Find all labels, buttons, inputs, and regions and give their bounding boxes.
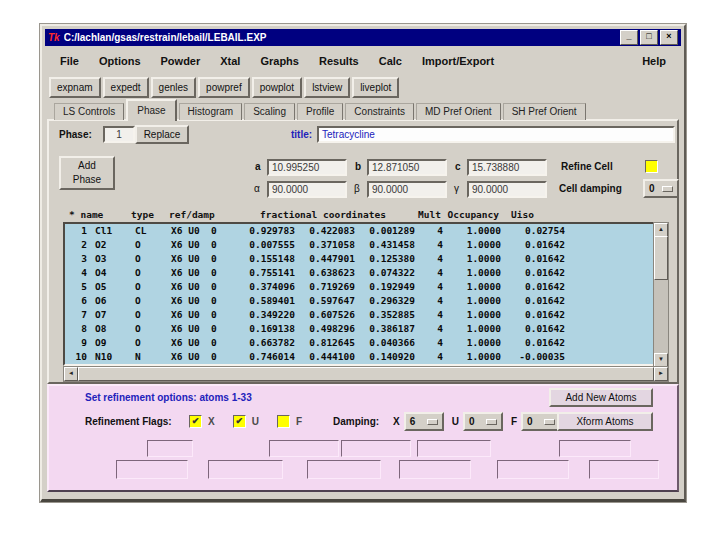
tab-md-pref-orient[interactable]: MD Pref Orient [416, 103, 501, 120]
menu-item-xtal[interactable]: Xtal [220, 55, 240, 67]
refinement-heading: Set refinement options: atoms 1-33 [85, 392, 252, 403]
phase-title-field[interactable]: Tetracycline [317, 126, 675, 143]
atom-table-row[interactable]: 9O9OX6 U0 00.6637820.8126450.04036641.00… [65, 336, 653, 350]
atom-table-row[interactable]: 2O2OX6 U0 00.0075550.3710580.43145841.00… [65, 238, 653, 252]
dropdown-indicator-icon [486, 419, 497, 425]
tab-constraints[interactable]: Constraints [345, 103, 414, 120]
refinement-flag: ✔ U [233, 415, 259, 428]
add-phase-button[interactable]: AddPhase [59, 156, 115, 190]
col-header-refdamp: ref/damp [169, 209, 233, 220]
atom-table: 1Cl1CLX6 U0 00.9297830.4220830.00128941.… [63, 222, 655, 366]
phase-label: Phase: [59, 129, 92, 140]
atom-table-row[interactable]: 4O4OX6 U0 00.7551410.6386230.07432241.00… [65, 266, 653, 280]
tk-app-icon: Tk [48, 29, 60, 46]
empty-frame [269, 440, 339, 457]
menu-item-help[interactable]: Help [642, 55, 666, 67]
atom-table-row[interactable]: 8O8OX6 U0 00.1691380.4982960.38618741.00… [65, 322, 653, 336]
horizontal-scroll-thumb[interactable] [78, 367, 654, 381]
tab-histogram[interactable]: Histogram [179, 103, 243, 120]
empty-frame [399, 460, 471, 479]
damping-dropdown[interactable]: 0 [463, 412, 503, 431]
cell-a-field[interactable]: 10.995250 [267, 159, 347, 176]
tab-scaling[interactable]: Scaling [244, 103, 295, 120]
empty-frame [417, 440, 491, 457]
atom-table-row[interactable]: 7O7OX6 U0 00.3492200.6075260.35288541.00… [65, 308, 653, 322]
dropdown-indicator-icon [662, 186, 673, 192]
tab-profile[interactable]: Profile [297, 103, 343, 120]
flag-checkbox[interactable]: ✔ [189, 415, 202, 428]
cell-b-label: b [355, 161, 361, 172]
damping-axis-label: U [452, 416, 459, 427]
cell-b-field[interactable]: 12.871050 [367, 159, 447, 176]
toolbar-button-powpref[interactable]: powpref [198, 77, 250, 98]
cell-beta-field[interactable]: 90.0000 [367, 181, 447, 198]
menu-item-import-export[interactable]: Import/Export [422, 55, 494, 67]
close-icon[interactable]: × [660, 30, 678, 45]
atom-table-row[interactable]: 5O5OX6 U0 00.3740960.7192690.19294941.00… [65, 280, 653, 294]
scroll-right-icon[interactable]: ► [654, 367, 668, 381]
xform-atoms-button[interactable]: Xform Atoms [557, 412, 653, 431]
toolbar-button-expnam[interactable]: expnam [49, 77, 101, 98]
flag-checkbox[interactable] [277, 415, 290, 428]
add-new-atoms-button[interactable]: Add New Atoms [549, 388, 653, 407]
cell-damping-dropdown[interactable]: 0 [643, 179, 679, 198]
toolbar-button-liveplot[interactable]: liveplot [352, 77, 399, 98]
menu-bar: FileOptionsPowderXtalGraphsResultsCalcIm… [46, 49, 680, 72]
scroll-up-icon[interactable]: ▲ [654, 223, 668, 237]
flag-checkbox[interactable]: ✔ [233, 415, 246, 428]
menu-item-graphs[interactable]: Graphs [260, 55, 299, 67]
empty-frame [497, 460, 569, 479]
atom-table-header: * name type ref/damp fractional coordina… [63, 209, 657, 220]
cell-c-field[interactable]: 15.738880 [467, 159, 547, 176]
empty-frame [307, 460, 381, 479]
damping-value: 0 [469, 416, 475, 427]
damping-label: Damping: [333, 416, 379, 427]
menu-item-calc[interactable]: Calc [379, 55, 402, 67]
vertical-scrollbar[interactable]: ▲ ▼ [653, 222, 669, 368]
cell-alpha-field[interactable]: 90.0000 [267, 181, 347, 198]
title-label: title: [291, 129, 312, 140]
scroll-down-icon[interactable]: ▼ [654, 353, 668, 367]
dropdown-indicator-icon [427, 419, 438, 425]
minimize-icon[interactable]: _ [620, 30, 638, 45]
horizontal-scrollbar[interactable]: ◄ ► [63, 366, 669, 382]
col-header-occupancy: Occupancy [441, 209, 499, 220]
cell-c-label: c [455, 161, 461, 172]
atom-table-row[interactable]: 6O6OX6 U0 00.5894010.5976470.29632941.00… [65, 294, 653, 308]
atom-table-row[interactable]: 1Cl1CLX6 U0 00.9297830.4220830.00128941.… [65, 224, 653, 238]
scroll-left-icon[interactable]: ◄ [64, 367, 78, 381]
refinement-flag-checkboxes: ✔ X ✔ U F [189, 415, 320, 428]
damping-dropdown[interactable]: 0 [521, 412, 561, 431]
damping-dropdown[interactable]: 6 [404, 412, 444, 431]
menu-item-powder[interactable]: Powder [161, 55, 201, 67]
vertical-scroll-thumb[interactable] [654, 236, 668, 280]
phase-tab-panel: Phase: 1 Replace title: Tetracycline Add… [47, 119, 679, 384]
toolbar-button-expedt[interactable]: expedt [103, 77, 149, 98]
cell-alpha-label: α [254, 183, 260, 194]
empty-frame [116, 460, 188, 479]
window-title: C:/lachlan/gsas/restrain/lebail/LEBAIL.E… [64, 32, 616, 43]
menu-item-options[interactable]: Options [99, 55, 141, 67]
menu-item-results[interactable]: Results [319, 55, 359, 67]
cell-gamma-field[interactable]: 90.0000 [467, 181, 547, 198]
maximize-icon[interactable]: □ [640, 30, 658, 45]
tab-ls-controls[interactable]: LS Controls [54, 103, 124, 120]
refine-cell-checkbox[interactable] [645, 160, 658, 173]
phase-number-field[interactable]: 1 [103, 126, 135, 143]
toolbar-button-genles[interactable]: genles [151, 77, 196, 98]
replace-button[interactable]: Replace [135, 125, 189, 144]
damping-dropdowns: X 6 U 0 F 0 [393, 412, 569, 431]
cell-beta-label: β [354, 183, 360, 194]
title-bar[interactable]: Tk C:/lachlan/gsas/restrain/lebail/LEBAI… [45, 29, 681, 46]
tab-sh-pref-orient[interactable]: SH Pref Orient [503, 103, 586, 120]
tab-phase[interactable]: Phase [126, 99, 176, 121]
cell-gamma-label: γ [454, 183, 459, 194]
atom-table-row[interactable]: 10N10NX6 U0 00.7460140.4441000.14092041.… [65, 350, 653, 364]
window-controls: _ □ × [620, 30, 678, 45]
toolbar-button-powplot[interactable]: powplot [252, 77, 302, 98]
empty-frame [341, 440, 411, 457]
damping-value: 6 [410, 416, 416, 427]
menu-item-file[interactable]: File [60, 55, 79, 67]
atom-table-row[interactable]: 3O3OX6 U0 00.1551480.4479010.12538041.00… [65, 252, 653, 266]
toolbar-button-lstview[interactable]: lstview [304, 77, 350, 98]
